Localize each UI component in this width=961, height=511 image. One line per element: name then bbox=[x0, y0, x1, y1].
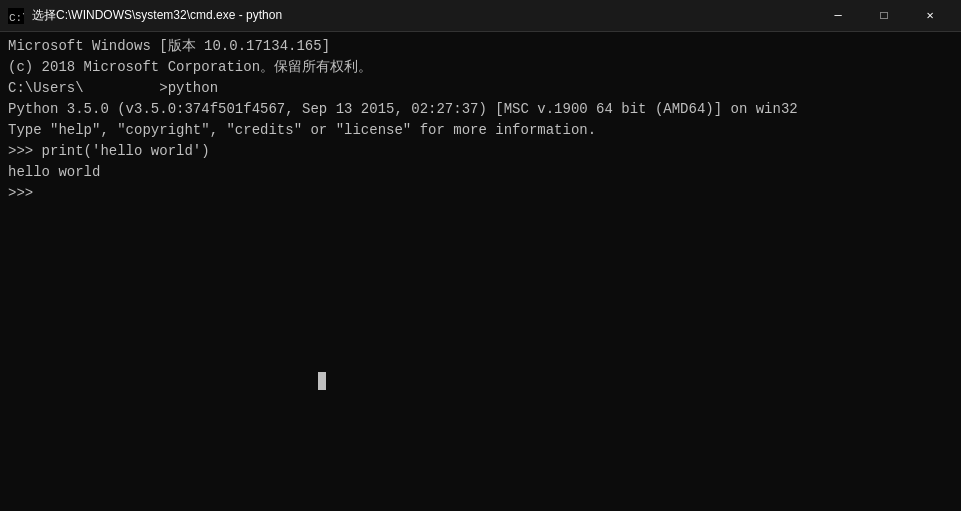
title-bar-text: 选择C:\WINDOWS\system32\cmd.exe - python bbox=[32, 7, 282, 24]
svg-text:C:\: C:\ bbox=[9, 12, 24, 24]
title-bar: C:\ 选择C:\WINDOWS\system32\cmd.exe - pyth… bbox=[0, 0, 961, 32]
minimize-button[interactable]: ─ bbox=[815, 0, 861, 32]
title-bar-controls: ─ □ ✕ bbox=[815, 0, 953, 32]
maximize-button[interactable]: □ bbox=[861, 0, 907, 32]
close-button[interactable]: ✕ bbox=[907, 0, 953, 32]
console-output: Microsoft Windows [版本 10.0.17134.165](c)… bbox=[8, 36, 953, 204]
cmd-window: C:\ 选择C:\WINDOWS\system32\cmd.exe - pyth… bbox=[0, 0, 961, 511]
cmd-icon: C:\ bbox=[8, 8, 24, 24]
title-bar-left: C:\ 选择C:\WINDOWS\system32\cmd.exe - pyth… bbox=[8, 7, 282, 24]
console-body[interactable]: Microsoft Windows [版本 10.0.17134.165](c)… bbox=[0, 32, 961, 511]
cursor bbox=[318, 372, 326, 390]
